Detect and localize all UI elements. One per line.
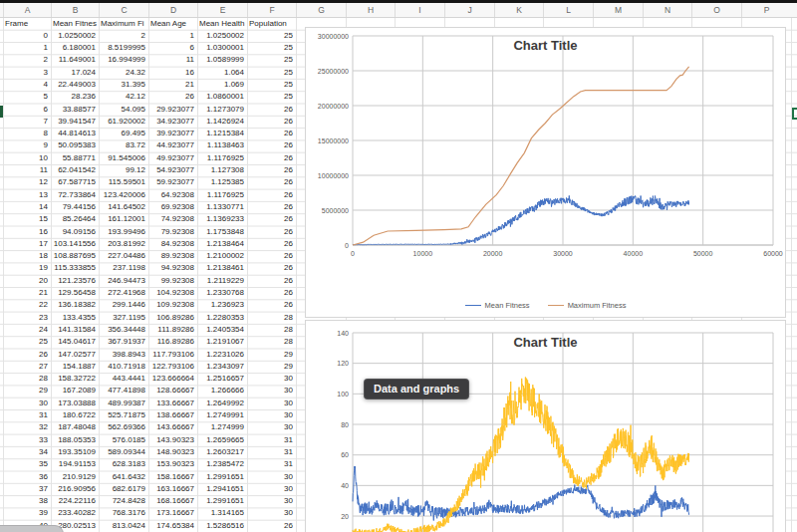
cell[interactable]: 237.1198 [99, 262, 145, 274]
cell[interactable]: 74.92308 [148, 213, 194, 225]
cell[interactable]: 25 [247, 67, 293, 79]
cell[interactable]: 1.2991651 [197, 495, 244, 507]
cell[interactable]: 628.3183 [99, 458, 145, 470]
cell[interactable]: 24 [3, 324, 48, 336]
cell[interactable]: 1.2231026 [197, 349, 244, 361]
cell[interactable]: 1.274999 [197, 421, 244, 433]
cell[interactable]: 33 [3, 434, 48, 446]
cell[interactable]: 147.02577 [51, 349, 96, 361]
cell[interactable]: 1.1753848 [197, 226, 244, 238]
cell[interactable]: 1.2603217 [197, 446, 244, 458]
cell[interactable]: 29 [247, 349, 293, 361]
cell[interactable]: 16 [3, 226, 48, 238]
cell[interactable]: 37 [3, 483, 48, 495]
cell[interactable]: 194.91153 [51, 458, 96, 470]
cell[interactable]: 85.26464 [51, 213, 96, 225]
cell[interactable]: 188.05353 [51, 434, 96, 446]
column-header-J[interactable]: J [444, 3, 494, 17]
cell[interactable]: 25 [247, 30, 293, 42]
cell[interactable]: 31 [247, 458, 293, 470]
cell[interactable]: 1.2138464 [197, 238, 244, 250]
cell[interactable]: 272.41968 [99, 287, 145, 299]
cell[interactable]: 23 [3, 312, 48, 324]
cell[interactable]: 28 [247, 336, 293, 348]
cell[interactable]: 16 [148, 67, 194, 79]
cell[interactable]: 7 [3, 116, 48, 128]
cell[interactable]: 26 [148, 91, 194, 103]
cell[interactable]: 123.420006 [99, 189, 145, 201]
cell[interactable]: 54.095 [99, 104, 145, 116]
cell[interactable]: 26 [247, 176, 293, 188]
cell[interactable]: 29 [3, 385, 48, 397]
cell[interactable]: 768.3176 [99, 507, 145, 519]
cell[interactable]: 28.236 [51, 91, 96, 103]
cell[interactable]: 163.16667 [148, 483, 194, 495]
cell[interactable]: 26 [247, 520, 293, 532]
cell[interactable]: 1.2385472 [197, 458, 244, 470]
cell[interactable]: 30 [247, 471, 293, 483]
legend-item-mean-fitness[interactable]: Mean Fitness [465, 301, 530, 310]
cell[interactable]: 103.141556 [51, 238, 96, 250]
cell[interactable]: 29.923077 [148, 104, 194, 116]
cell[interactable]: 44.814613 [51, 128, 96, 139]
cell[interactable]: 122.793106 [148, 361, 194, 373]
cell[interactable]: 50.095383 [51, 139, 96, 151]
cell[interactable]: 246.94473 [99, 275, 145, 287]
cell[interactable]: 26 [247, 116, 293, 128]
column-header-M[interactable]: M [593, 3, 643, 17]
column-header-N[interactable]: N [643, 3, 691, 17]
cell[interactable]: 12 [3, 176, 48, 188]
cell[interactable]: 1.2749991 [197, 409, 244, 421]
cell[interactable]: 576.0185 [99, 434, 145, 446]
cell[interactable]: 14 [3, 201, 48, 213]
cell[interactable]: 108.887695 [51, 250, 96, 262]
cell[interactable]: 5 [3, 91, 48, 103]
cell[interactable]: 1.2119229 [197, 275, 244, 287]
series-line-maximum-fitness[interactable] [353, 67, 689, 245]
cell[interactable]: 2 [3, 54, 48, 66]
cell[interactable]: 0 [3, 30, 48, 42]
cell[interactable]: 16.994999 [99, 54, 145, 66]
cell[interactable]: 356.34448 [99, 324, 145, 336]
cell[interactable]: 1.1176925 [197, 189, 244, 201]
cell[interactable]: 168.16667 [148, 495, 194, 507]
cell[interactable]: 94.09156 [51, 226, 96, 238]
cell[interactable]: 36 [3, 471, 48, 483]
cell[interactable]: 15 [3, 213, 48, 225]
cell[interactable]: 54.923077 [148, 164, 194, 176]
cell[interactable]: 121.23576 [51, 275, 96, 287]
cell[interactable]: 26 [247, 238, 293, 250]
cell[interactable]: 117.793106 [148, 349, 194, 361]
cell[interactable]: 39.923077 [148, 128, 194, 139]
cell[interactable]: 1.125385 [197, 176, 244, 188]
cell[interactable]: 26 [247, 189, 293, 201]
cell[interactable]: 31 [3, 409, 48, 421]
cell[interactable]: 28 [247, 324, 293, 336]
cell[interactable]: 39 [3, 507, 48, 519]
cell[interactable]: 6 [148, 42, 194, 54]
cell[interactable]: 31 [247, 434, 293, 446]
cell[interactable]: 79.92308 [148, 226, 194, 238]
cell[interactable]: 104.92308 [148, 287, 194, 299]
cell[interactable]: 26 [247, 299, 293, 311]
cell[interactable]: 26 [247, 201, 293, 213]
cell[interactable]: 26 [247, 164, 293, 176]
cell[interactable]: 2 [99, 30, 145, 42]
cell[interactable]: 1.0860001 [197, 91, 244, 103]
cell[interactable]: 26 [3, 349, 48, 361]
cell[interactable]: 25 [247, 91, 293, 103]
cell[interactable]: 115.333855 [51, 262, 96, 274]
cell[interactable]: 30 [247, 385, 293, 397]
cell[interactable]: 115.59501 [99, 176, 145, 188]
cell[interactable]: 6.180001 [51, 42, 96, 54]
cell[interactable]: 1.2405354 [197, 324, 244, 336]
cell[interactable]: 30 [247, 409, 293, 421]
cell[interactable]: 33.88577 [51, 104, 96, 116]
cell[interactable]: 123.666664 [148, 373, 194, 385]
cell[interactable]: 1.0589999 [197, 54, 244, 66]
cell[interactable]: 398.8943 [99, 349, 145, 361]
cell[interactable]: 84.92308 [148, 238, 194, 250]
cell[interactable]: 30 [3, 398, 48, 409]
cell[interactable]: 26 [247, 213, 293, 225]
cell[interactable]: 62.041542 [51, 164, 96, 176]
